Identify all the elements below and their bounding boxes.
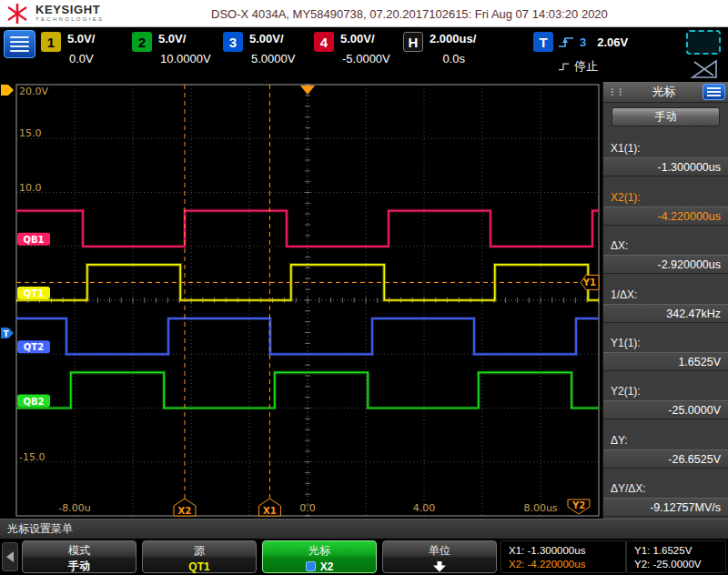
brand-block: KEYSIGHT TECHNOLOGIES [35, 4, 104, 23]
x-axis-label: -8.00u [58, 502, 90, 514]
svg-text:QB1: QB1 [23, 235, 44, 245]
timebase-scale: 2.000us/ [430, 32, 476, 45]
cursor-tag-Y2[interactable]: Y2 [568, 499, 590, 514]
trigger-level-marker[interactable]: T [1, 328, 14, 338]
softkey-cursor[interactable]: 光标 X2 [262, 540, 377, 573]
channel-2-offset: 10.0000V [158, 52, 211, 66]
softkey-mode[interactable]: 模式 手动 [22, 540, 136, 573]
channel-4-badge[interactable]: 4 [314, 32, 334, 52]
channel-1-settings[interactable]: 1 5.0V/ 0.0V [41, 32, 95, 66]
wave-label-QB2[interactable]: QB2 [17, 395, 50, 408]
cursor-mode-button[interactable]: 手动 [612, 107, 720, 126]
channel-3-settings[interactable]: 3 5.00V/ 5.0000V [223, 32, 295, 66]
cursor-readouts: X1: -1.300000us X2: -4.220000us Y1: 1.65… [500, 540, 726, 573]
cursor-tag-Y1[interactable]: Y1 [581, 275, 599, 289]
cursor-tag-X1[interactable]: X1 [258, 499, 280, 516]
channel-2-settings[interactable]: 2 5.0V/ 10.0000V [132, 32, 211, 66]
x-axis-label: 0.0 [299, 502, 316, 514]
x-axis-label: 8.00us [523, 502, 557, 514]
cursor-row-x1: X1(1): -1.300000us [603, 128, 728, 177]
svg-text:QT1: QT1 [24, 288, 44, 298]
cursor-row-x2: X2(1): -4.220000us [603, 177, 728, 225]
channel-1-badge[interactable]: 1 [41, 32, 61, 52]
channel-bar: 1 5.0V/ 0.0V 2 5.0V/ 10.0000V 3 5.00V/ 5… [0, 27, 728, 82]
cursor-panel-title: 光标 [625, 84, 703, 100]
y2-readout: Y2: -25.0000V [634, 558, 725, 571]
main-menu-button[interactable] [4, 30, 35, 58]
wave-label-QT2[interactable]: QT2 [17, 340, 50, 353]
svg-text:QT2: QT2 [24, 342, 44, 352]
trigger-badge[interactable]: T [533, 32, 553, 52]
y-axis-label: 10.0 [19, 182, 42, 194]
instrument-title: DSO-X 4034A, MY58490738, 07.20.201710261… [211, 7, 608, 21]
brand-subname: TECHNOLOGIES [35, 15, 104, 23]
channel-3-badge[interactable]: 3 [223, 32, 243, 52]
trigger-source: 3 [580, 35, 586, 49]
wave-label-QT1[interactable]: QT1 [17, 287, 50, 299]
trigger-time-marker[interactable] [300, 86, 315, 95]
oscilloscope-screen: KEYSIGHT TECHNOLOGIES DSO-X 4034A, MY584… [0, 0, 728, 575]
channel-2-scale: 5.0V/ [158, 32, 211, 45]
y-axis-label: 15.0 [19, 127, 42, 139]
timebase-settings[interactable]: H 2.000us/ 0.0s [403, 32, 476, 66]
cursor-row-delta-y: ΔY: -26.6525V [603, 419, 728, 468]
cursor-row-delta-x: ΔX: -2.920000us [603, 226, 728, 274]
acquisition-status: 停止 [574, 58, 598, 75]
trigger-level: 2.06V [597, 35, 628, 49]
titlebar: KEYSIGHT TECHNOLOGIES DSO-X 4034A, MY584… [0, 0, 728, 27]
svg-text:QB2: QB2 [23, 397, 44, 407]
graticule [16, 85, 599, 516]
cursor-row-slope: ΔY/ΔX: -9.12757MV/s [603, 469, 728, 517]
y-axis-label: -15.0 [19, 451, 45, 463]
y1-readout: Y1: 1.6525V [634, 544, 725, 558]
trace-QB2 [16, 372, 599, 408]
edge-slope-icon [559, 62, 570, 71]
autoscale-triangle-icon[interactable] [689, 57, 720, 81]
svg-text:X2: X2 [178, 506, 192, 516]
drag-grip-icon[interactable]: ⋮⋮ [607, 86, 623, 98]
chevron-left-icon [6, 551, 14, 562]
timebase-badge[interactable]: H [403, 32, 423, 52]
channel-1-scale: 5.0V/ [67, 32, 95, 45]
trigger-settings[interactable]: T 3 2.06V 停止 [533, 32, 628, 75]
channel-4-settings[interactable]: 4 5.00V/ -5.0000V [314, 32, 390, 66]
svg-text:Y2: Y2 [571, 500, 585, 510]
channel-4-scale: 5.00V/ [340, 32, 390, 45]
svg-text:T: T [4, 329, 10, 338]
cursor-panel-header[interactable]: ⋮⋮ 光标 [603, 82, 728, 103]
cursor-panel: ⋮⋮ 光标 手动 X1(1): -1.300000us X2(1): -4.22… [602, 82, 728, 519]
keysight-spark-icon [5, 3, 29, 25]
softkey-menu-title: 光标设置菜单 [0, 519, 728, 539]
channel-2-badge[interactable]: 2 [132, 32, 152, 52]
channel-1-offset: 0.0V [67, 52, 95, 66]
svg-text:Y1: Y1 [582, 277, 596, 288]
cursor-tag-X2[interactable]: X2 [174, 499, 196, 516]
waveforms [16, 211, 599, 409]
cursor-row-inv-delta-x: 1/ΔX: 342.47kHz [603, 274, 728, 322]
scope-display: 20.0V15.010.0-15.0-8.00u0.04.008.00usQB1… [0, 82, 602, 519]
wave-label-QB1[interactable]: QB1 [17, 233, 50, 246]
softkey-bar: 模式 手动 源 QT1 光标 X2 单位 X1: -1.300000us [0, 539, 728, 575]
cursor-knob-icon [306, 561, 316, 571]
y-readouts: Y1: 1.6525V Y2: -25.0000V [626, 540, 726, 573]
panel-menu-icon[interactable] [703, 84, 725, 100]
x1-readout: X1: -1.300000us [509, 544, 625, 558]
x2-readout: X2: -4.220000us [509, 558, 625, 571]
cursor-readout-list: X1(1): -1.300000us X2(1): -4.220000us ΔX… [603, 128, 728, 519]
timebase-delay: 0.0s [430, 52, 476, 66]
channel-top-marker[interactable] [1, 85, 14, 96]
svg-text:X1: X1 [263, 506, 277, 516]
softkey-units[interactable]: 单位 [382, 540, 497, 573]
graticule-canvas: 20.0V15.010.0-15.0-8.00u0.04.008.00usQB1… [0, 82, 602, 519]
channel-4-offset: -5.0000V [340, 52, 390, 66]
arrow-down-icon [433, 561, 446, 572]
softkey-source[interactable]: 源 QT1 [142, 540, 257, 573]
cursor-row-y1: Y1(1): 1.6525V [603, 323, 728, 371]
brand-name: KEYSIGHT [35, 4, 104, 15]
x-readouts: X1: -1.300000us X2: -4.220000us [500, 540, 626, 573]
touch-zone-icon[interactable] [686, 30, 721, 55]
back-button[interactable] [2, 542, 18, 571]
x-axis-label: 4.00 [413, 502, 436, 514]
rising-edge-icon [559, 35, 574, 48]
cursor-row-y2: Y2(1): -25.0000V [603, 371, 728, 419]
